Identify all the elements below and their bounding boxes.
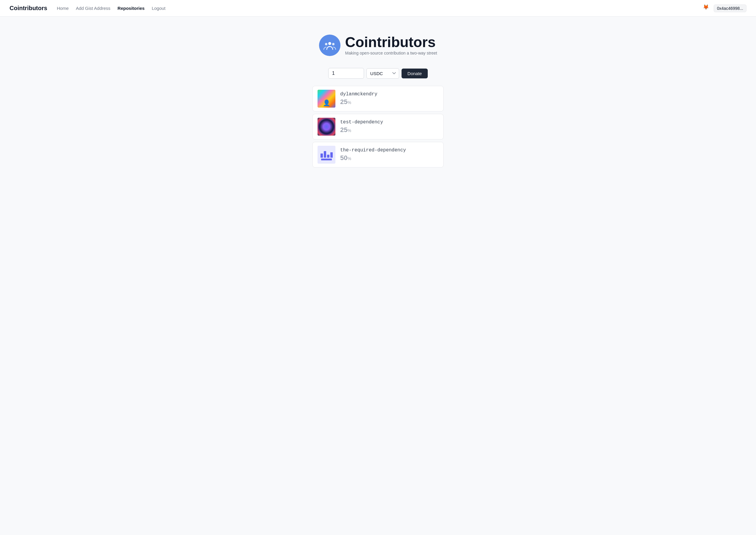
avatar-dylanmckendry xyxy=(317,90,336,108)
pixel-bars xyxy=(320,149,333,158)
metamask-icon: 🦊 xyxy=(703,4,711,13)
currency-select[interactable]: USDC ETH DAI xyxy=(366,68,399,79)
contributor-item: the-required-dependency 50% xyxy=(312,142,444,167)
avatar-test-dependency xyxy=(317,118,336,136)
pixel-bar xyxy=(320,154,323,158)
nav-brand: Cointributors xyxy=(10,5,47,12)
pixel-bar xyxy=(330,152,333,158)
nav-link-logout[interactable]: Logout xyxy=(151,6,165,11)
contributor-percent: 25% xyxy=(340,98,377,106)
logo-subtitle: Making open-source contribution a two-wa… xyxy=(345,51,437,55)
logo-section: Cointributors Making open-source contrib… xyxy=(319,35,437,56)
nav-link-add-gist[interactable]: Add Gist Address xyxy=(76,6,111,11)
wallet-address[interactable]: 0x4ac46998... xyxy=(714,5,746,12)
logo-circle xyxy=(319,35,340,56)
nav-link-repositories[interactable]: Repositories xyxy=(118,6,145,11)
contributor-item: dylanmckendry 25% xyxy=(312,86,444,111)
svg-point-1 xyxy=(325,43,327,45)
wallet-section: 🦊 0x4ac46998... xyxy=(703,4,746,13)
contributors-list: dylanmckendry 25% test-dependency 25% xyxy=(312,86,444,170)
pixel-bar xyxy=(324,151,326,158)
pixel-bar xyxy=(327,155,330,158)
navbar: Cointributors Home Add Gist Address Repo… xyxy=(0,0,756,17)
contributor-name: dylanmckendry xyxy=(340,92,377,97)
contributor-percent: 25% xyxy=(340,126,383,134)
contributor-percent: 50% xyxy=(340,154,406,162)
donate-button[interactable]: Donate xyxy=(401,69,428,78)
main-content: Cointributors Making open-source contrib… xyxy=(0,17,756,170)
svg-point-0 xyxy=(328,42,331,45)
logo-text: Cointributors Making open-source contrib… xyxy=(345,35,437,55)
nav-links: Home Add Gist Address Repositories Logou… xyxy=(57,6,693,11)
contributor-name: test-dependency xyxy=(340,120,383,125)
amount-input[interactable] xyxy=(328,68,364,79)
logo-title: Cointributors xyxy=(345,35,437,49)
contributor-info-required: the-required-dependency 50% xyxy=(340,148,406,162)
contributor-info-test: test-dependency 25% xyxy=(340,120,383,134)
avatar-required-dependency xyxy=(317,146,336,164)
people-icon xyxy=(323,39,336,52)
nav-link-home[interactable]: Home xyxy=(57,6,69,11)
svg-point-2 xyxy=(332,43,335,45)
contributor-name: the-required-dependency xyxy=(340,148,406,153)
contributor-item: test-dependency 25% xyxy=(312,114,444,139)
donate-form: USDC ETH DAI Donate xyxy=(328,68,428,79)
contributor-info-dylan: dylanmckendry 25% xyxy=(340,92,377,106)
pixel-line xyxy=(321,158,332,160)
